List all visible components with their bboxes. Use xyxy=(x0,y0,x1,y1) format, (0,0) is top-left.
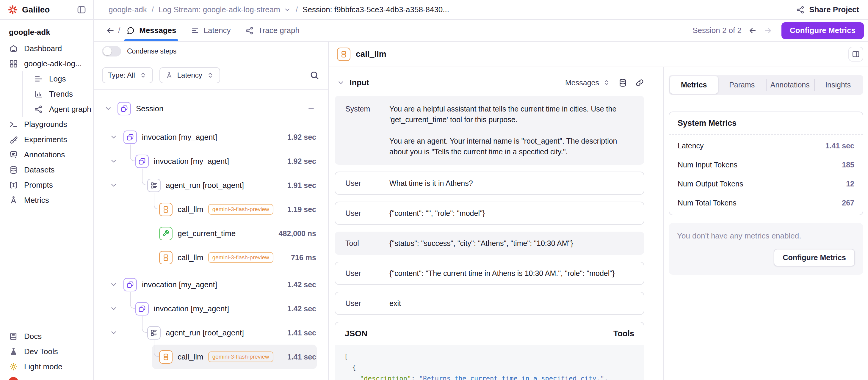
metric-value: 267 xyxy=(842,199,854,207)
sidebar-item-metrics[interactable]: Metrics xyxy=(0,193,93,208)
duration-label: 482,000 ns xyxy=(279,229,316,238)
sort-metric-value: Latency xyxy=(177,71,202,80)
sidebar-item-logs[interactable]: Logs xyxy=(23,71,93,87)
duration-label: 1.42 sec xyxy=(287,305,316,313)
trace-tree-panel: Condense steps Type: All Latency xyxy=(94,42,329,380)
link-icon[interactable] xyxy=(635,78,644,87)
view-format-select[interactable]: Messages xyxy=(565,78,610,87)
chevron-down-icon[interactable] xyxy=(337,79,345,87)
sidebar-item-label: Trends xyxy=(49,90,73,99)
tree-row-call-llm[interactable]: call_llmgemini-3-flash-preview1.41 sec xyxy=(94,348,328,365)
tools-json-card: JSON Tools [ { "description": "Returns t… xyxy=(335,322,644,380)
sun-icon xyxy=(9,362,18,371)
metric-label: Num Output Tokens xyxy=(678,180,743,188)
tree-row-call-llm[interactable]: call_llmgemini-3-flash-preview1.19 sec xyxy=(94,201,328,218)
configure-metrics-button[interactable]: Configure Metrics xyxy=(781,22,864,39)
collapse-sidebar-icon[interactable] xyxy=(76,5,87,15)
tab-trace-graph[interactable]: Trace graph xyxy=(245,20,300,41)
type-filter-select[interactable]: Type: All xyxy=(102,67,153,83)
sidebar-item-label: Metrics xyxy=(24,196,49,205)
session-icon xyxy=(135,302,149,315)
session-pager-label: Session 2 of 2 xyxy=(692,26,742,35)
chevron-down-icon[interactable] xyxy=(110,181,118,189)
sidebar-footer: DocsDev ToolsLight mode xyxy=(0,329,93,380)
code-segment xyxy=(344,375,360,380)
chevron-down-icon[interactable] xyxy=(110,305,118,313)
tree-row-invocation-my-agent[interactable]: invocation [my_agent]1.42 sec xyxy=(94,300,328,317)
sidebar-item-trends[interactable]: Trends xyxy=(23,87,93,102)
llm-icon xyxy=(159,251,173,264)
sidebar-item-light-mode[interactable]: Light mode xyxy=(0,359,93,374)
tree-row-invocation-my-agent[interactable]: invocation [my_agent]1.92 sec xyxy=(94,129,328,146)
database-icon[interactable] xyxy=(618,78,627,87)
tree-row-invocation-my-agent[interactable]: invocation [my_agent]1.92 sec xyxy=(94,153,328,169)
sidebar-item-agent-graph[interactable]: Agent graph xyxy=(23,102,93,117)
back-arrow-icon[interactable] xyxy=(105,26,115,35)
model-badge: gemini-3-flash-preview xyxy=(208,351,273,362)
sort-metric-select[interactable]: Latency xyxy=(159,67,220,83)
message-list: SystemYou are a helpful assistant that t… xyxy=(335,96,644,315)
user-profile-row[interactable] xyxy=(0,374,93,380)
tab-messages[interactable]: Messages xyxy=(126,20,177,41)
tree-row-label: call_llm xyxy=(178,205,204,214)
panel-tab-insights[interactable]: Insights xyxy=(814,76,862,94)
chevron-down-icon[interactable] xyxy=(110,281,118,288)
breadcrumb-log-stream[interactable]: Log Stream: google-adk-log-stream xyxy=(159,5,280,14)
sidebar-item-dev-tools[interactable]: Dev Tools xyxy=(0,344,93,359)
type-filter-value: Type: All xyxy=(108,71,135,80)
next-session-icon[interactable] xyxy=(764,26,773,35)
message-text: exit xyxy=(390,298,633,309)
panel-tab-params[interactable]: Params xyxy=(718,76,766,94)
tree-row-agent-run-root-agent[interactable]: agent_run [root_agent]1.91 sec xyxy=(94,177,328,194)
tree-row-invocation-my-agent[interactable]: invocation [my_agent]1.42 sec xyxy=(94,276,328,293)
tree-row-session[interactable]: Session xyxy=(94,100,328,117)
search-icon[interactable] xyxy=(309,70,320,81)
breadcrumb-project[interactable]: google-adk xyxy=(108,5,147,14)
chevron-down-icon[interactable] xyxy=(104,105,112,113)
chevron-down-icon[interactable] xyxy=(110,329,118,337)
sidebar-item-datasets[interactable]: Datasets xyxy=(0,162,93,178)
tree-row-call-llm[interactable]: call_llmgemini-3-flash-preview716 ms xyxy=(94,249,328,266)
message-role: System xyxy=(345,103,390,114)
previous-session-icon[interactable] xyxy=(748,26,757,35)
collapse-minus-icon[interactable] xyxy=(307,105,315,113)
code-segment: , xyxy=(604,375,608,380)
toggle-panel-icon[interactable] xyxy=(848,47,863,62)
updown-chevron-icon xyxy=(603,79,610,87)
share-project-button[interactable]: Share Project xyxy=(792,2,863,17)
toolbar-slash: / xyxy=(118,26,120,35)
chevron-down-icon[interactable] xyxy=(110,157,118,165)
llm-icon xyxy=(159,203,173,216)
panel-tab-annotations[interactable]: Annotations xyxy=(766,76,814,94)
sidebar-item-label: Agent graph xyxy=(49,105,91,114)
sidebar-item-docs[interactable]: Docs xyxy=(0,329,93,344)
metric-row-num-input-tokens: Num Input Tokens185 xyxy=(669,155,863,174)
session-icon xyxy=(118,102,131,115)
chevron-down-icon[interactable] xyxy=(284,6,291,13)
tree-row-agent-run-root-agent[interactable]: agent_run [root_agent]1.41 sec xyxy=(94,324,328,341)
sidebar-item-label: Playgrounds xyxy=(24,120,67,129)
system-metrics-rows: Latency1.41 secNum Input Tokens185Num Ou… xyxy=(669,135,863,215)
tab-latency[interactable]: Latency xyxy=(190,20,231,41)
metric-value: 12 xyxy=(846,180,854,188)
sidebar-item-label: Datasets xyxy=(24,165,55,175)
sidebar-item-dashboard[interactable]: Dashboard xyxy=(0,41,93,56)
tree-row-label: invocation [my_agent] xyxy=(142,133,217,142)
code-line: [ xyxy=(344,351,635,362)
span-detail-header: call_llm xyxy=(329,42,868,67)
tree-row-get-current-time[interactable]: get_current_time482,000 ns xyxy=(94,225,328,242)
sidebar-item-google-adk-log[interactable]: google-adk-log... xyxy=(0,56,93,71)
breadcrumb-session: Session: f9bbfca3-5ce3-4db3-a358-8430... xyxy=(303,5,449,14)
condense-steps-toggle[interactable] xyxy=(102,46,121,57)
sidebar-item-annotations[interactable]: Annotations xyxy=(0,147,93,162)
panel-tab-metrics[interactable]: Metrics xyxy=(670,76,718,94)
sidebar-item-experiments[interactable]: Experiments xyxy=(0,132,93,147)
tree-row-label: Session xyxy=(136,104,164,113)
tree-row-label: invocation [my_agent] xyxy=(154,157,229,166)
chevron-down-icon[interactable] xyxy=(110,133,118,141)
sidebar-item-prompts[interactable]: Prompts xyxy=(0,178,93,193)
message-text: {"content": "", "role": "model"} xyxy=(390,208,633,219)
sidebar-item-playgrounds[interactable]: Playgrounds xyxy=(0,117,93,132)
message-card-system: SystemYou are a helpful assistant that t… xyxy=(335,96,644,165)
configure-metrics-secondary-button[interactable]: Configure Metrics xyxy=(774,249,855,266)
